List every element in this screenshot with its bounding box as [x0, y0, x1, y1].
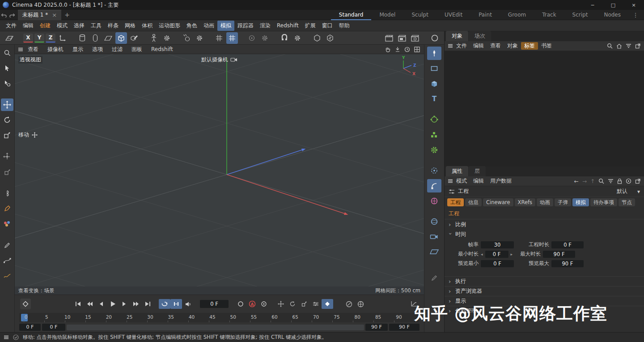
- layout-tab-nodes[interactable]: Nodes: [596, 10, 629, 20]
- target-icon[interactable]: [626, 178, 631, 184]
- draw-pencil-icon[interactable]: [427, 271, 441, 285]
- spinner-left-icon[interactable]: ◂: [481, 252, 483, 256]
- section-time[interactable]: › 时间: [445, 229, 644, 239]
- range-start-field-2[interactable]: 0 F: [42, 324, 65, 331]
- section-execution[interactable]: › 执行: [445, 276, 644, 286]
- dynamics-gear-icon[interactable]: [194, 32, 205, 44]
- filter-icon[interactable]: [626, 43, 631, 48]
- spline-pen-icon[interactable]: [1, 254, 13, 267]
- key-position-icon[interactable]: [275, 299, 287, 309]
- close-button[interactable]: ×: [623, 0, 644, 10]
- sketch-icon[interactable]: [1, 269, 13, 282]
- key-scale-icon[interactable]: [298, 299, 310, 309]
- viewport-menu-options[interactable]: 选项: [88, 46, 107, 53]
- plane-icon[interactable]: [102, 32, 114, 44]
- category-animation[interactable]: 动画: [537, 198, 553, 206]
- viewport-menu-filter[interactable]: 过滤: [107, 46, 127, 53]
- viewport-menu-display[interactable]: 显示: [68, 46, 88, 53]
- viewport-menu-redshift[interactable]: Redshift: [147, 46, 178, 52]
- snap-grid-icon[interactable]: [213, 32, 225, 44]
- more-menu-icon[interactable]: ⋮: [629, 12, 642, 18]
- render-view-icon[interactable]: [383, 32, 395, 44]
- volume-icon[interactable]: [427, 164, 441, 177]
- mograph-icon[interactable]: [427, 128, 441, 141]
- layout-tab-groom[interactable]: Groom: [500, 10, 534, 20]
- layout-tab-uvedit[interactable]: UVEdit: [436, 10, 470, 20]
- new-tab-button[interactable]: +: [61, 11, 73, 18]
- document-tab[interactable]: 未标题 1 * ×: [18, 10, 61, 20]
- layout-tab-paint[interactable]: Paint: [470, 10, 500, 20]
- viewport-menu-camera[interactable]: 摄像机: [43, 46, 68, 53]
- viewport-menu-panel[interactable]: 面板: [127, 46, 147, 53]
- capsule-icon[interactable]: [89, 32, 101, 44]
- tab-takes[interactable]: 场次: [469, 31, 491, 41]
- scale-icon[interactable]: [1, 129, 13, 141]
- prev-frame-icon[interactable]: [95, 299, 107, 309]
- material-ring-icon[interactable]: [429, 32, 441, 44]
- tab-objects[interactable]: 对象: [446, 31, 468, 41]
- om-menu-view[interactable]: 查看: [487, 42, 504, 50]
- min-time-field[interactable]: 0 F: [485, 251, 508, 258]
- viewport-burger-icon[interactable]: [18, 47, 23, 51]
- om-menu-edit[interactable]: 编辑: [470, 42, 487, 50]
- am-menu-userdata[interactable]: 用户数据: [487, 177, 515, 185]
- menu-render[interactable]: 渲染: [257, 21, 274, 31]
- magnet-icon[interactable]: [279, 32, 290, 44]
- menu-volume[interactable]: 体积: [139, 21, 156, 31]
- skip-end-icon[interactable]: [142, 299, 153, 309]
- subdivision-icon[interactable]: [427, 113, 441, 126]
- up-arrow-icon[interactable]: ↑: [590, 178, 595, 184]
- magnet-gear-icon[interactable]: [292, 32, 303, 44]
- undo-arrow-icon[interactable]: [0, 10, 8, 20]
- lathe-icon[interactable]: [1, 187, 13, 200]
- maximize-button[interactable]: □: [603, 0, 623, 10]
- category-xrefs[interactable]: XRefs: [515, 198, 535, 206]
- close-tab-icon[interactable]: ×: [52, 12, 57, 18]
- minimize-button[interactable]: ─: [582, 0, 603, 10]
- max-time-field[interactable]: 90 F: [543, 251, 575, 258]
- menu-create[interactable]: 创建: [37, 21, 54, 31]
- lock-y-button[interactable]: Y: [34, 34, 44, 43]
- menu-tracker[interactable]: 跟踪器: [234, 21, 257, 31]
- loop-icon[interactable]: [159, 299, 170, 309]
- quantize-icon[interactable]: [246, 32, 258, 44]
- expand-icon[interactable]: [635, 178, 641, 184]
- expand-icon[interactable]: [635, 43, 641, 49]
- menu-file[interactable]: 文件: [3, 21, 20, 31]
- menu-spline[interactable]: 样条: [105, 21, 122, 31]
- layout-tab-sculpt[interactable]: Sculpt: [403, 10, 436, 20]
- viewport[interactable]: 透视视图 默认摄像机 Y Z X 移动 查看变换：场景 网格间距：500 cm: [15, 54, 424, 295]
- preset-dropdown[interactable]: 默认 ▾: [617, 188, 640, 195]
- menu-mograph[interactable]: 运动图形: [156, 21, 183, 31]
- lock-z-button[interactable]: Z: [46, 34, 55, 43]
- layout-tab-script[interactable]: Script: [564, 10, 596, 20]
- sound-icon[interactable]: [182, 299, 194, 309]
- range-icon[interactable]: [170, 299, 182, 309]
- redo-arrow-icon[interactable]: [8, 10, 16, 20]
- key-parameter-icon[interactable]: [310, 299, 322, 309]
- workplane-icon[interactable]: [4, 32, 15, 44]
- layout-grid-icon[interactable]: [414, 47, 420, 52]
- menu-edit[interactable]: 编辑: [20, 21, 37, 31]
- layout-tab-track[interactable]: Track: [534, 10, 564, 20]
- section-scale[interactable]: › 比例: [445, 219, 644, 229]
- snap-grid-active-icon[interactable]: [226, 32, 238, 44]
- move-icon[interactable]: [1, 98, 13, 111]
- pencil-icon[interactable]: [1, 239, 13, 252]
- simulate-gear-icon[interactable]: [427, 143, 441, 157]
- character-icon[interactable]: [148, 32, 160, 44]
- floor-icon[interactable]: [427, 245, 441, 259]
- om-menu-file[interactable]: 文件: [453, 42, 470, 50]
- am-menu-mode[interactable]: 模式: [453, 177, 470, 185]
- pin-icon[interactable]: [395, 47, 400, 52]
- rectangle-icon[interactable]: [427, 62, 441, 75]
- clock-icon[interactable]: [404, 47, 410, 52]
- dynamics-icon[interactable]: [181, 32, 192, 44]
- axis-move-icon[interactable]: [1, 150, 13, 163]
- quantize-gear-icon[interactable]: [259, 32, 271, 44]
- category-nodes[interactable]: 节点: [619, 198, 635, 206]
- menu-extensions[interactable]: 扩展: [302, 21, 319, 31]
- category-todo[interactable]: 待办事项: [590, 198, 617, 206]
- cube-icon[interactable]: [427, 77, 441, 90]
- am-menu-edit[interactable]: 编辑: [470, 177, 487, 185]
